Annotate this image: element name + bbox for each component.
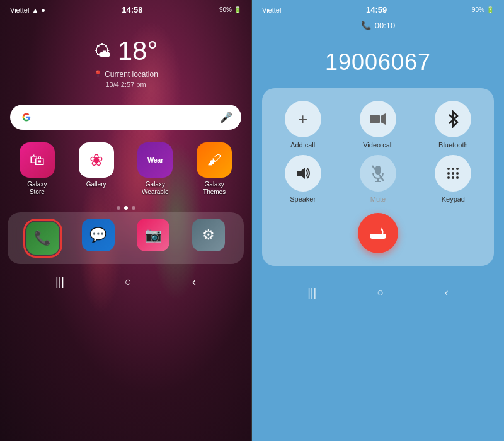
weather-temp: 18°	[118, 36, 158, 66]
svg-rect-7	[370, 234, 386, 239]
keypad-button[interactable]: Keypad	[419, 155, 488, 203]
location-pin-icon: 📍	[93, 70, 103, 79]
weather-widget: 🌤 18° 📍 Current location 13/4 2:57 pm	[0, 17, 251, 94]
app-grid: 🛍 GalaxyStore ❀ Gallery Wear GalaxyWeara…	[0, 135, 251, 203]
bottom-dock: 📞 💬 📷 ⚙	[8, 212, 244, 264]
carrier-right: Viettel	[262, 6, 281, 14]
left-phone: Viettel ▲ ● 14:58 90% 🔋 🌤 18° 📍 Current …	[0, 0, 252, 441]
call-icon: 📞	[361, 21, 371, 30]
wifi-icon: ▲	[32, 6, 38, 14]
add-call-icon: +	[285, 101, 321, 137]
mute-icon	[360, 155, 396, 192]
add-call-button[interactable]: + Add call	[268, 101, 337, 149]
galaxy-wearable-icon: Wear	[137, 142, 173, 178]
messages-icon: 💬	[82, 219, 115, 251]
end-call-row	[268, 213, 488, 253]
time-right: 14:59	[366, 5, 387, 14]
page-dots	[0, 206, 251, 210]
status-bar-right: Viettel 14:59 90% 🔋	[252, 0, 504, 17]
search-bar[interactable]: 🎤	[10, 105, 241, 130]
bluetooth-button[interactable]: Bluetooth	[419, 101, 488, 149]
gallery-icon: ❀	[79, 142, 114, 178]
bluetooth-icon	[435, 101, 471, 137]
app-galaxy-store[interactable]: 🛍 GalaxyStore	[10, 142, 64, 196]
battery-icon-left: 🔋	[234, 6, 241, 13]
nav-home-right[interactable]: ○	[377, 286, 384, 299]
svg-rect-0	[370, 115, 380, 123]
galaxy-store-label: GalaxyStore	[27, 181, 47, 196]
nav-recent-left[interactable]: ‹	[192, 275, 196, 289]
keypad-label: Keypad	[442, 195, 465, 203]
gallery-label: Gallery	[86, 181, 106, 188]
add-call-label: Add call	[290, 141, 315, 149]
keypad-icon	[435, 155, 471, 192]
speaker-button[interactable]: Speaker	[268, 155, 337, 203]
weather-date: 13/4 2:57 pm	[13, 81, 239, 88]
battery-icon-right: 🔋	[486, 6, 494, 13]
nav-bar-left: ||| ○ ‹	[0, 268, 251, 296]
nav-back-left[interactable]: |||	[55, 275, 64, 289]
nav-recent-right[interactable]: ‹	[445, 286, 449, 299]
mic-icon[interactable]: 🎤	[220, 112, 232, 123]
video-call-button[interactable]: Video call	[343, 101, 412, 149]
status-left: Viettel ▲ ●	[10, 6, 45, 14]
galaxy-wearable-label: GalaxyWearable	[142, 181, 169, 196]
phone-app-red-border: 📞	[23, 219, 62, 258]
speaker-icon	[285, 155, 321, 192]
google-logo	[19, 110, 34, 125]
svg-marker-1	[381, 113, 386, 125]
status-right-left: 90% 🔋	[219, 6, 241, 13]
mute-button[interactable]: Mute	[343, 155, 412, 203]
galaxy-themes-icon: 🖌	[197, 142, 232, 178]
dock-messages[interactable]: 💬	[73, 219, 123, 258]
video-call-label: Video call	[363, 141, 393, 149]
controls-row-2: Speaker Mute	[268, 155, 488, 203]
dock-camera[interactable]: 📷	[129, 219, 179, 258]
call-timer: 📞 00:10	[252, 21, 504, 30]
nav-back-right[interactable]: |||	[307, 286, 316, 299]
app-galaxy-themes[interactable]: 🖌 GalaxyThemes	[187, 142, 241, 196]
settings-icon: ⚙	[192, 219, 225, 251]
weather-location: 📍 Current location	[13, 70, 239, 79]
status-bar-left: Viettel ▲ ● 14:58 90% 🔋	[0, 0, 251, 17]
dock-settings[interactable]: ⚙	[183, 219, 234, 258]
controls-row-1: + Add call Video call	[268, 101, 488, 149]
svg-marker-2	[297, 168, 305, 179]
time-left: 14:58	[122, 5, 142, 14]
end-call-button[interactable]	[358, 213, 398, 253]
phone-icon: 📞	[26, 222, 59, 255]
dot-3	[132, 206, 135, 210]
keypad-grid	[447, 168, 459, 179]
galaxy-store-icon: 🛍	[20, 142, 55, 178]
call-controls-card: + Add call Video call	[262, 88, 494, 266]
video-call-icon	[360, 101, 396, 137]
weather-icon: 🌤	[94, 41, 112, 62]
signal-icon: ●	[41, 6, 45, 14]
app-gallery[interactable]: ❀ Gallery	[69, 142, 123, 196]
nav-home-left[interactable]: ○	[125, 275, 132, 289]
bluetooth-label: Bluetooth	[438, 141, 467, 149]
speaker-label: Speaker	[290, 195, 316, 203]
battery-left: 90%	[219, 6, 232, 13]
battery-right: 90% 🔋	[472, 6, 494, 13]
call-number: 19006067	[252, 49, 504, 76]
mute-label: Mute	[370, 195, 386, 203]
app-galaxy-wearable[interactable]: Wear GalaxyWearable	[129, 142, 183, 196]
dot-1	[117, 206, 120, 210]
galaxy-themes-label: GalaxyThemes	[203, 181, 226, 196]
carrier-left: Viettel	[10, 6, 29, 14]
nav-bar-right: ||| ○ ‹	[252, 278, 504, 307]
camera-icon: 📷	[137, 219, 169, 251]
dot-2	[124, 206, 128, 210]
dock-phone[interactable]: 📞	[18, 219, 68, 258]
right-phone: Viettel 14:59 90% 🔋 📞 00:10 19006067 + A…	[252, 0, 504, 441]
